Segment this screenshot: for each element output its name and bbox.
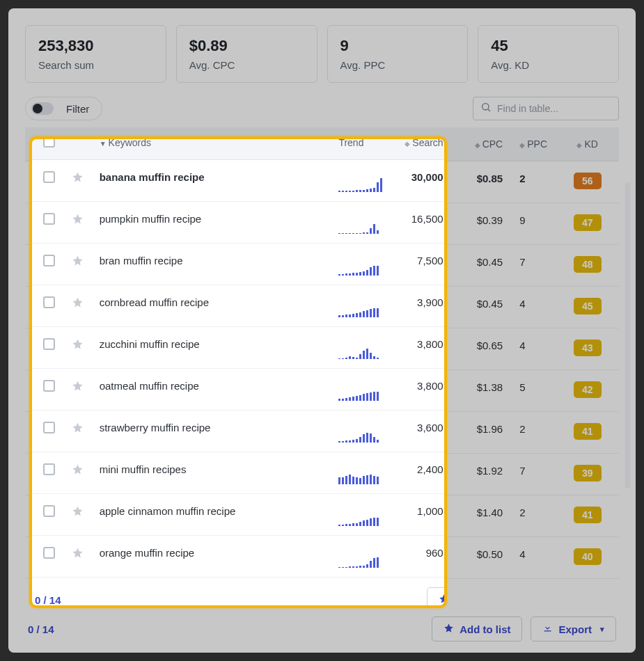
- ppc-value: 7: [519, 256, 525, 268]
- trend-sparkline: [338, 178, 388, 193]
- search-volume: 1,000: [418, 507, 445, 518]
- star-icon[interactable]: [65, 173, 83, 184]
- scrollbar-thumb[interactable]: [625, 182, 630, 488]
- row-checkbox[interactable]: [36, 548, 48, 560]
- kd-badge: 47: [574, 214, 602, 231]
- row-checkbox[interactable]: [36, 298, 48, 310]
- cpc-value: $0.85: [477, 173, 503, 184]
- trend-sparkline: [338, 303, 388, 319]
- kd-badge: 42: [574, 381, 602, 398]
- row-checkbox[interactable]: [36, 507, 48, 518]
- svg-line-1: [488, 109, 490, 111]
- star-icon[interactable]: [65, 298, 83, 310]
- chevron-down-icon: ▾: [600, 625, 604, 634]
- star-icon[interactable]: [65, 423, 83, 435]
- stat-card-3: 45Avg. KD: [478, 25, 619, 83]
- kd-badge: 41: [574, 507, 602, 523]
- cpc-value: $0.39: [477, 214, 503, 226]
- select-all-checkbox[interactable]: [36, 137, 48, 149]
- search-volume: 7,500: [418, 256, 445, 268]
- filter-label: Filter: [66, 103, 89, 115]
- table-row[interactable]: oatmeal muffin recipe3,800$1.38542: [25, 370, 619, 412]
- table-row[interactable]: strawberry muffin recipe3,600$1.96241: [25, 412, 619, 454]
- col-header-keywords[interactable]: ▼Keywords: [88, 127, 332, 161]
- row-checkbox[interactable]: [36, 214, 48, 226]
- stat-value: 9: [340, 37, 455, 55]
- stat-card-0: 253,830Search sum: [25, 25, 166, 83]
- search-icon: [480, 102, 492, 116]
- table-row[interactable]: bran muffin recipe7,500$0.45748: [25, 245, 619, 287]
- row-checkbox[interactable]: [36, 256, 48, 268]
- table-row[interactable]: apple cinnamon muffin recipe1,000$1.4024…: [25, 495, 619, 537]
- cpc-value: $0.45: [477, 298, 503, 310]
- search-volume: 30,000: [413, 173, 445, 184]
- cpc-value: $1.40: [477, 507, 503, 518]
- star-icon[interactable]: [65, 548, 83, 560]
- table-row[interactable]: cornbread muffin recipe3,900$0.45445: [25, 287, 619, 328]
- col-header-ppc[interactable]: ◆PPC: [512, 127, 556, 161]
- star-icon[interactable]: [65, 381, 83, 393]
- ppc-value: 7: [519, 465, 525, 477]
- svg-point-0: [482, 104, 489, 110]
- export-button[interactable]: Export▾: [531, 616, 616, 642]
- trend-sparkline: [338, 345, 388, 360]
- table-row[interactable]: mini muffin recipes2,400$1.92739: [25, 454, 619, 495]
- table-search[interactable]: [473, 97, 619, 120]
- stat-card-2: 9Avg. PPC: [327, 25, 469, 83]
- keyword-text: apple cinnamon muffin recipe: [93, 507, 230, 518]
- table-row[interactable]: pumpkin muffin recipe16,500$0.39947: [25, 203, 619, 245]
- keyword-text: oatmeal muffin recipe: [93, 381, 193, 393]
- kd-badge: 39: [574, 465, 602, 481]
- keyword-text: pumpkin muffin recipe: [93, 214, 195, 226]
- keyword-text: banana muffin recipe: [93, 173, 198, 184]
- table-row[interactable]: banana muffin recipe30,000$0.85256: [25, 161, 619, 203]
- ppc-value: 4: [519, 298, 525, 310]
- star-icon[interactable]: [65, 465, 83, 477]
- ppc-value: 2: [519, 173, 525, 184]
- col-header-cpc[interactable]: ◆CPC: [457, 127, 512, 161]
- star-icon: [443, 623, 454, 635]
- row-checkbox[interactable]: [36, 340, 48, 351]
- trend-sparkline: [338, 512, 388, 527]
- stat-label: Search sum: [38, 59, 153, 71]
- table-row[interactable]: zucchini muffin recipe3,800$0.65443: [25, 328, 619, 370]
- keyword-text: bran muffin recipe: [93, 256, 177, 268]
- star-icon[interactable]: [65, 507, 83, 518]
- kd-badge: 43: [574, 340, 602, 356]
- kd-badge: 45: [574, 298, 602, 314]
- ppc-value: 2: [519, 507, 525, 518]
- trend-sparkline: [338, 554, 388, 569]
- search-volume: 3,900: [418, 298, 445, 310]
- trend-sparkline: [338, 387, 388, 402]
- table-row[interactable]: orange muffin recipe960$0.50440: [25, 537, 619, 579]
- toggle-switch[interactable]: [31, 102, 54, 115]
- search-volume: 3,600: [418, 423, 445, 435]
- cpc-value: $0.45: [477, 256, 503, 268]
- keyword-text: zucchini muffin recipe: [93, 340, 194, 351]
- col-header-search[interactable]: ◆Search: [395, 127, 458, 161]
- star-icon[interactable]: [65, 214, 83, 226]
- stat-label: Avg. CPC: [189, 59, 304, 71]
- add-to-list-button[interactable]: Add to list: [432, 616, 522, 642]
- row-checkbox[interactable]: [36, 465, 48, 477]
- search-volume: 16,500: [413, 214, 445, 226]
- star-icon[interactable]: [65, 340, 83, 351]
- filter-toggle[interactable]: Filter: [25, 97, 102, 120]
- ppc-value: 9: [519, 214, 525, 226]
- search-volume: 960: [427, 548, 445, 560]
- cpc-value: $1.92: [477, 465, 503, 477]
- search-input[interactable]: [497, 103, 611, 114]
- keyword-text: mini muffin recipes: [93, 465, 180, 477]
- trend-sparkline: [338, 429, 388, 444]
- col-header-kd[interactable]: ◆KD: [556, 127, 619, 161]
- stat-label: Avg. PPC: [340, 59, 455, 71]
- row-checkbox[interactable]: [36, 381, 48, 393]
- kd-badge: 48: [574, 256, 602, 273]
- col-header-trend[interactable]: Trend: [332, 127, 394, 161]
- kd-badge: 56: [574, 173, 602, 189]
- star-icon[interactable]: [65, 256, 83, 268]
- search-volume: 3,800: [418, 340, 445, 351]
- ppc-value: 4: [519, 340, 525, 351]
- row-checkbox[interactable]: [36, 423, 48, 435]
- row-checkbox[interactable]: [36, 173, 48, 184]
